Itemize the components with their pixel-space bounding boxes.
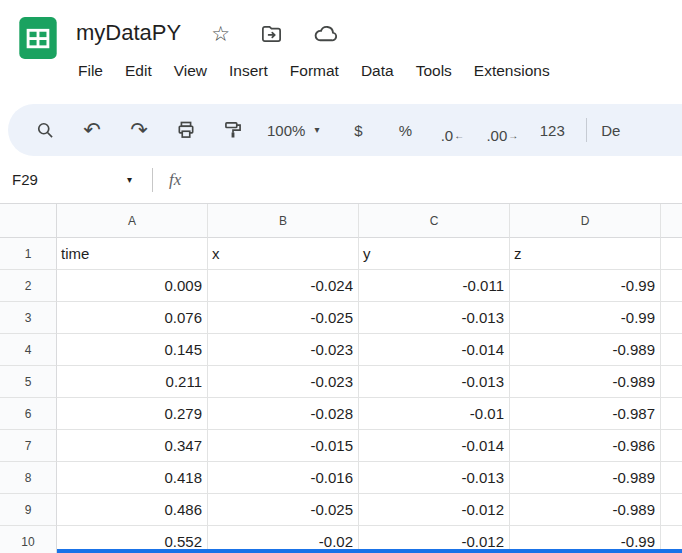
select-all-corner[interactable] [0, 204, 57, 238]
decrease-decimal-button[interactable]: .0 ← [439, 116, 465, 144]
sheet-row-9: 90.486-0.025-0.012-0.989 [0, 494, 682, 526]
row-header-4[interactable]: 4 [0, 334, 57, 366]
cell-A5[interactable]: 0.211 [57, 366, 208, 398]
menu-extensions[interactable]: Extensions [463, 58, 561, 84]
cell-C2[interactable]: -0.011 [359, 270, 510, 302]
cell-A7[interactable]: 0.347 [57, 430, 208, 462]
column-header-row: ABCD [0, 204, 682, 238]
cell-B3[interactable]: -0.025 [208, 302, 359, 334]
format-percent-button[interactable]: % [392, 116, 418, 144]
row-header-2[interactable]: 2 [0, 270, 57, 302]
increase-decimal-button[interactable]: .00 → [486, 116, 518, 144]
row-header-1[interactable]: 1 [0, 238, 57, 270]
sheets-logo-icon[interactable] [16, 16, 60, 60]
cell-partial-3[interactable] [661, 302, 682, 334]
cell-partial-9[interactable] [661, 494, 682, 526]
cell-C5[interactable]: -0.013 [359, 366, 510, 398]
cell-B1[interactable]: x [208, 238, 359, 270]
cell-C7[interactable]: -0.014 [359, 430, 510, 462]
menu-bar: File Edit View Insert Format Data Tools … [76, 54, 561, 88]
zoom-selector[interactable]: 100% ▾ [267, 122, 319, 139]
row-header-6[interactable]: 6 [0, 398, 57, 430]
sheet-row-5: 50.211-0.023-0.013-0.989 [0, 366, 682, 398]
cell-B5[interactable]: -0.023 [208, 366, 359, 398]
column-header-D[interactable]: D [510, 204, 661, 238]
menu-data[interactable]: Data [350, 58, 405, 84]
column-header-C[interactable]: C [359, 204, 510, 238]
arrow-left-icon: ← [454, 128, 464, 144]
cell-partial-7[interactable] [661, 430, 682, 462]
column-header-partial[interactable] [661, 204, 682, 238]
row-header-10[interactable]: 10 [0, 526, 57, 553]
star-icon[interactable]: ☆ [211, 23, 230, 44]
cell-D9[interactable]: -0.989 [510, 494, 661, 526]
row-header-3[interactable]: 3 [0, 302, 57, 334]
cell-A9[interactable]: 0.486 [57, 494, 208, 526]
fx-icon: fx [169, 170, 181, 190]
formula-bar-divider [152, 168, 153, 192]
undo-icon[interactable]: ↶ [79, 116, 105, 144]
zoom-value: 100% [267, 122, 305, 139]
cell-D4[interactable]: -0.989 [510, 334, 661, 366]
cell-C3[interactable]: -0.013 [359, 302, 510, 334]
row-header-8[interactable]: 8 [0, 462, 57, 494]
document-title[interactable]: myDataPY [76, 20, 181, 46]
cell-C9[interactable]: -0.012 [359, 494, 510, 526]
cell-partial-4[interactable] [661, 334, 682, 366]
cell-B9[interactable]: -0.025 [208, 494, 359, 526]
cell-B7[interactable]: -0.015 [208, 430, 359, 462]
print-icon[interactable] [173, 116, 199, 144]
cell-A2[interactable]: 0.009 [57, 270, 208, 302]
cell-B4[interactable]: -0.023 [208, 334, 359, 366]
cell-B8[interactable]: -0.016 [208, 462, 359, 494]
cell-A6[interactable]: 0.279 [57, 398, 208, 430]
spreadsheet-grid: ABCD 1timexyz20.009-0.024-0.011-0.9930.0… [0, 204, 682, 553]
cell-D7[interactable]: -0.986 [510, 430, 661, 462]
move-to-folder-icon[interactable] [260, 22, 283, 45]
cell-partial-8[interactable] [661, 462, 682, 494]
cell-B2[interactable]: -0.024 [208, 270, 359, 302]
cell-A8[interactable]: 0.418 [57, 462, 208, 494]
cell-A4[interactable]: 0.145 [57, 334, 208, 366]
cell-B6[interactable]: -0.028 [208, 398, 359, 430]
cell-C1[interactable]: y [359, 238, 510, 270]
cell-A1[interactable]: time [57, 238, 208, 270]
cell-partial-2[interactable] [661, 270, 682, 302]
toolbar: ↶ ↷ 100% ▾ $ % .0 ← .00 → [8, 104, 682, 156]
menu-file[interactable]: File [76, 58, 114, 84]
column-header-B[interactable]: B [208, 204, 359, 238]
cell-C6[interactable]: -0.01 [359, 398, 510, 430]
menu-insert[interactable]: Insert [218, 58, 279, 84]
column-header-A[interactable]: A [57, 204, 208, 238]
cell-D6[interactable]: -0.987 [510, 398, 661, 430]
paint-format-icon[interactable] [220, 116, 246, 144]
redo-icon[interactable]: ↷ [126, 116, 152, 144]
number-format-button[interactable]: 123 [539, 116, 565, 144]
cell-partial-1[interactable] [661, 238, 682, 270]
cell-D3[interactable]: -0.99 [510, 302, 661, 334]
cell-D1[interactable]: z [510, 238, 661, 270]
cell-A3[interactable]: 0.076 [57, 302, 208, 334]
search-icon[interactable] [32, 116, 58, 144]
cell-C4[interactable]: -0.014 [359, 334, 510, 366]
cloud-save-status-icon[interactable] [313, 21, 338, 46]
cell-C8[interactable]: -0.013 [359, 462, 510, 494]
menu-view[interactable]: View [163, 58, 218, 84]
cell-D2[interactable]: -0.99 [510, 270, 661, 302]
menu-tools[interactable]: Tools [405, 58, 463, 84]
menu-format[interactable]: Format [279, 58, 350, 84]
sheet-row-3: 30.076-0.025-0.013-0.99 [0, 302, 682, 334]
row-header-9[interactable]: 9 [0, 494, 57, 526]
row-header-7[interactable]: 7 [0, 430, 57, 462]
cell-partial-5[interactable] [661, 366, 682, 398]
font-family-selector[interactable]: De [601, 122, 620, 139]
row-header-5[interactable]: 5 [0, 366, 57, 398]
format-currency-button[interactable]: $ [345, 116, 371, 144]
menu-edit[interactable]: Edit [114, 58, 163, 84]
name-box[interactable]: F29 ▾ [10, 171, 138, 188]
bottom-edge-highlight-line [57, 549, 682, 553]
cell-D8[interactable]: -0.989 [510, 462, 661, 494]
cell-partial-6[interactable] [661, 398, 682, 430]
active-cell-reference: F29 [12, 171, 38, 188]
cell-D5[interactable]: -0.989 [510, 366, 661, 398]
